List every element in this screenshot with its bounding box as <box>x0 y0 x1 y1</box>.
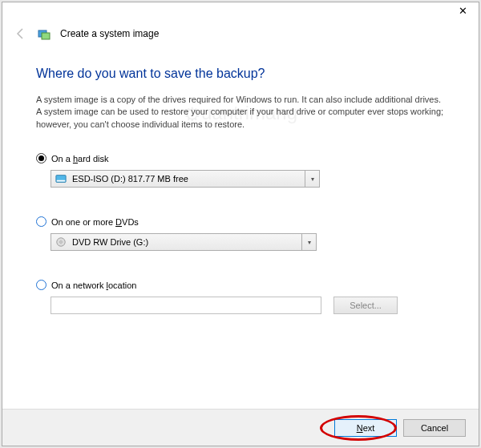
option-hard-disk: On a hard disk ESD-ISO (D:) 817.77 MB fr… <box>36 153 445 188</box>
option-dvds-label: On one or more DVDs <box>51 217 139 227</box>
titlebar: ✕ <box>2 2 479 22</box>
window-title: Create a system image <box>60 28 159 39</box>
chevron-down-icon[interactable]: ▾ <box>301 234 316 250</box>
svg-rect-3 <box>57 180 66 182</box>
radio-hard-disk[interactable] <box>36 153 46 163</box>
radio-network[interactable] <box>36 280 46 290</box>
page-heading: Where do you want to save the backup? <box>36 67 445 81</box>
hard-disk-value: ESD-ISO (D:) 817.77 MB free <box>71 174 305 184</box>
drive-icon <box>55 172 67 185</box>
svg-rect-1 <box>42 33 50 39</box>
option-network-label: On a network location <box>51 281 136 290</box>
option-hard-disk-label: On a hard disk <box>51 154 109 163</box>
hard-disk-dropdown[interactable]: ESD-ISO (D:) 817.77 MB free ▾ <box>51 170 320 188</box>
cancel-button[interactable]: Cancel <box>403 419 466 437</box>
option-dvds: On one or more DVDs DVD RW Drive (G:) ▾ <box>36 216 445 251</box>
page-description: A system image is a copy of the drives r… <box>36 94 445 131</box>
wizard-window: ✕ Create a system image Where do you wan… <box>2 2 479 446</box>
select-button: Select... <box>333 297 398 314</box>
disc-icon <box>55 236 67 248</box>
header-row: Create a system image <box>2 22 479 46</box>
footer: Next Cancel <box>2 409 479 446</box>
option-network: On a network location Select... <box>36 280 445 314</box>
option-hard-disk-row[interactable]: On a hard disk <box>36 153 445 163</box>
next-button[interactable]: Next <box>334 419 397 437</box>
close-icon[interactable]: ✕ <box>459 5 467 17</box>
network-path-input[interactable] <box>51 297 321 314</box>
dvds-value: DVD RW Drive (G:) <box>71 237 301 247</box>
option-network-row[interactable]: On a network location <box>36 280 445 290</box>
option-dvds-row[interactable]: On one or more DVDs <box>36 216 445 227</box>
chevron-down-icon[interactable]: ▾ <box>305 171 319 187</box>
back-arrow-icon[interactable] <box>14 26 28 41</box>
radio-dvds[interactable] <box>36 216 46 227</box>
svg-point-5 <box>60 241 63 244</box>
content-area: Where do you want to save the backup? A … <box>2 46 479 314</box>
system-image-icon <box>38 27 51 40</box>
dvds-dropdown[interactable]: DVD RW Drive (G:) ▾ <box>51 233 317 251</box>
